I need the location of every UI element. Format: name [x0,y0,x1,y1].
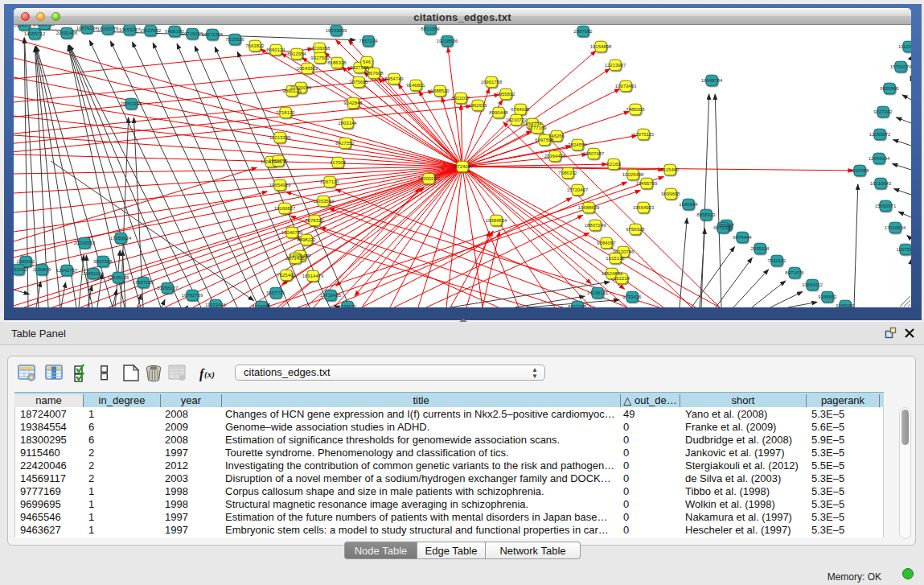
svg-text:12942757: 12942757 [56,268,78,273]
svg-text:16033809: 16033809 [326,28,347,33]
svg-text:9699695: 9699695 [661,192,680,196]
svg-text:6871025: 6871025 [713,225,733,230]
svg-text:8990448: 8990448 [489,110,508,115]
svg-text:12444194: 12444194 [869,156,890,161]
svg-text:3824554: 3824554 [568,142,587,147]
svg-text:19218506: 19218506 [437,39,458,43]
svg-text:14055712: 14055712 [24,31,46,36]
svg-text:2803144: 2803144 [338,121,357,126]
svg-text:17359924: 17359924 [110,236,132,241]
svg-text:10973493: 10973493 [615,84,637,89]
svg-text:8660124: 8660124 [266,47,285,52]
svg-text:13226058: 13226058 [309,46,331,51]
svg-text:16961758: 16961758 [481,80,503,84]
svg-text:16782759: 16782759 [182,293,203,298]
svg-text:8471676: 8471676 [785,270,804,275]
svg-text:2087682: 2087682 [573,29,593,34]
svg-text:9245082: 9245082 [836,303,855,307]
svg-text:8498222: 8498222 [297,237,316,242]
svg-text:9474444: 9474444 [733,235,752,240]
svg-text:10543362: 10543362 [297,66,318,71]
svg-text:17957225: 17957225 [133,280,154,285]
svg-text:3915912: 3915912 [14,267,28,272]
svg-text:62160: 62160 [607,162,621,167]
svg-text:19654923: 19654923 [269,183,291,187]
svg-text:18923411: 18923411 [34,25,55,27]
svg-text:7663822: 7663822 [245,43,265,48]
svg-text:7625402: 7625402 [277,273,296,278]
svg-text:12505135: 12505135 [108,275,129,280]
svg-text:11451194: 11451194 [83,271,104,276]
svg-text:19384554: 19384554 [486,218,507,223]
svg-text:9135671: 9135671 [338,304,357,307]
svg-text:(x): (x) [204,369,215,380]
svg-text:8912954: 8912954 [287,51,306,56]
svg-text:18495759: 18495759 [636,181,658,186]
svg-text:16154808: 16154808 [590,44,612,49]
svg-text:8912345: 8912345 [568,304,587,307]
svg-text:9242848: 9242848 [343,101,363,105]
svg-text:14136141: 14136141 [587,290,609,295]
svg-text:1640954: 1640954 [679,202,698,207]
svg-text:9890123: 9890123 [282,89,302,93]
svg-text:7386372: 7386372 [558,171,577,175]
svg-text:10653267: 10653267 [119,27,141,32]
svg-text:10654112: 10654112 [802,282,823,287]
svg-text:9756928: 9756928 [626,227,645,232]
svg-text:8322037: 8322037 [451,96,470,101]
svg-text:16914479: 16914479 [302,274,324,278]
svg-text:2867608: 2867608 [364,71,384,76]
svg-text:15527602: 15527602 [140,28,162,33]
svg-text:8267130: 8267130 [320,179,339,184]
svg-text:16093779: 16093779 [14,25,35,27]
svg-text:9657771: 9657771 [266,290,285,295]
svg-text:546: 546 [363,60,372,64]
svg-text:9397568: 9397568 [93,259,113,264]
svg-text:12213967: 12213967 [605,63,626,68]
svg-text:1588520: 1588520 [430,89,450,93]
svg-text:1167533: 1167533 [897,247,911,252]
svg-text:10876234: 10876234 [76,26,98,31]
svg-text:2571428: 2571428 [285,256,305,261]
svg-text:6794028: 6794028 [511,107,530,112]
svg-text:8958923: 8958923 [696,212,716,217]
svg-text:7632621: 7632621 [767,258,786,263]
svg-text:20206553: 20206553 [74,241,96,245]
svg-text:7485003: 7485003 [626,107,645,112]
svg-text:20364436: 20364436 [544,154,566,159]
svg-text:15720407: 15720407 [567,187,589,192]
svg-text:9245652: 9245652 [818,295,837,299]
svg-text:252214: 252214 [614,276,630,281]
svg-text:17016504: 17016504 [885,225,906,230]
svg-text:10719155: 10719155 [182,31,203,36]
svg-text:7515526: 7515526 [225,37,244,42]
svg-text:18300295: 18300295 [418,176,440,181]
svg-text:2935114: 2935114 [751,246,770,251]
svg-text:10046756: 10046756 [281,230,303,235]
svg-text:10958107: 10958107 [157,286,179,290]
svg-text:1950755: 1950755 [269,159,288,163]
svg-text:9084067: 9084067 [597,241,616,245]
svg-text:8813054: 8813054 [421,27,440,31]
svg-text:10688609: 10688609 [578,205,600,210]
svg-text:9115460: 9115460 [661,167,680,172]
svg-text:2718120: 2718120 [276,110,295,115]
svg-text:1845061: 1845061 [16,259,35,264]
svg-text:417004: 417004 [330,160,347,165]
svg-text:19166827: 19166827 [274,206,296,211]
svg-text:12213389: 12213389 [269,135,291,140]
svg-text:8186328: 8186328 [327,60,347,65]
svg-text:20691406: 20691406 [56,31,78,35]
svg-text:18807249: 18807249 [585,223,606,228]
svg-text:18724007: 18724007 [452,164,474,169]
svg-text:8214056: 8214056 [252,304,271,307]
svg-text:1362615: 1362615 [468,103,487,108]
svg-text:10120746: 10120746 [613,249,634,254]
svg-text:9777169: 9777169 [528,126,547,130]
svg-text:6497568: 6497568 [535,138,554,142]
svg-text:3875685: 3875685 [349,80,368,84]
svg-text:7857224: 7857224 [359,39,378,43]
svg-text:9227342: 9227342 [873,109,893,114]
svg-text:10025438: 10025438 [622,172,644,177]
svg-text:8427552: 8427552 [335,141,355,146]
